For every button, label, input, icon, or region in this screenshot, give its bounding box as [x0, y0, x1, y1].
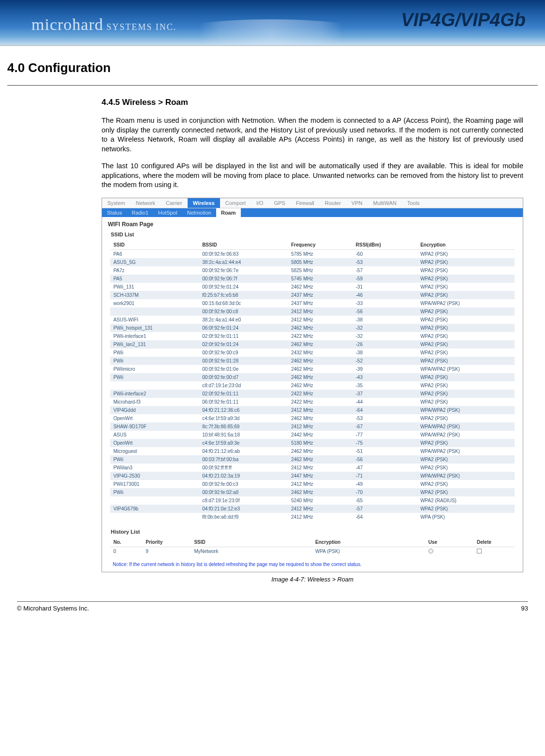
- ssid-cell: WPA (PSK): [417, 513, 514, 521]
- ssid-cell: WPA2 (PSK): [417, 349, 514, 357]
- ssid-row: PWii00:0f:92:fe:01:282462 MHz-52WPA2 (PS…: [110, 357, 514, 365]
- ssid-cell: WPA2 (PSK): [417, 324, 514, 332]
- ssid-cell: -43: [353, 373, 418, 381]
- top-nav-item-i/o[interactable]: I/O: [251, 198, 269, 208]
- ssid-cell: -52: [353, 357, 418, 365]
- ssid-cell: PWii_131: [110, 283, 199, 291]
- ssid-cell: -37: [353, 390, 418, 398]
- ssid-row: SHAW-9D170F8c:7f:3b:86:85:692412 MHz-67W…: [110, 422, 514, 431]
- ssid-cell: WPA2 (PSK): [417, 258, 514, 266]
- top-nav-item-wireless[interactable]: Wireless: [188, 198, 220, 208]
- top-nav-item-vpn[interactable]: VPN: [346, 198, 368, 208]
- footer-copyright: © Microhard Systems Inc.: [17, 605, 89, 612]
- brand-logo: microhard SYSTEMS INC.: [31, 15, 177, 34]
- ssid-cell: 2412 MHz: [288, 422, 353, 431]
- ssid-cell: WPA/WPA2 (PSK): [417, 299, 514, 307]
- ssid-cell: -53: [353, 258, 418, 266]
- ssid-cell: WPA2 (PSK): [417, 316, 514, 324]
- history-table: No.PrioritySSIDEncryptionUseDelete 09MyN…: [110, 538, 514, 556]
- paragraph-2: The last 10 configured APs will be displ…: [102, 161, 523, 190]
- history-use-cell: [426, 547, 474, 556]
- ssid-cell: Microguest: [110, 447, 199, 455]
- ssid-cell: 04:f0:21:12:e6:ab: [199, 447, 288, 455]
- ssid-cell: 2462 MHz: [288, 373, 353, 381]
- top-nav-item-gps[interactable]: GPS: [269, 198, 291, 208]
- ssid-cell: WPA2 (PSK): [417, 398, 514, 406]
- ssid-row: ASUS_5G38:2c:4a:a1:44:e45805 MHz-53WPA2 …: [110, 258, 514, 266]
- top-nav: SystemNetworkCarrierWirelessComportI/OGP…: [102, 198, 523, 208]
- ssid-cell: 2462 MHz: [288, 357, 353, 365]
- ssid-cell: 00:03:7f:bf:00:ba: [199, 455, 288, 464]
- ssid-cell: -59: [353, 275, 418, 283]
- ssid-cell: PWii: [110, 488, 199, 496]
- ssid-cell: work2901: [110, 299, 199, 307]
- history-header: SSID: [191, 538, 312, 547]
- ssid-cell: PWiimicro: [110, 365, 199, 373]
- ssid-cell: -39: [353, 365, 418, 373]
- sub-nav-item-hotspot[interactable]: HotSpot: [153, 208, 182, 217]
- sub-nav-item-netmotion[interactable]: Netmotion: [182, 208, 216, 217]
- ssid-row: PA600:0f:92:fe:06:835785 MHz-60WPA2 (PSK…: [110, 249, 514, 258]
- top-nav-item-carrier[interactable]: Carrier: [161, 198, 188, 208]
- history-header: Use: [426, 538, 474, 547]
- ssid-cell: WPA2 (PSK): [417, 249, 514, 258]
- ssid-cell: PWiilan3: [110, 464, 199, 472]
- ssid-cell: 2437 MHz: [288, 299, 353, 307]
- ssid-cell: WPA2 (RADIUS): [417, 496, 514, 505]
- figure-caption: Image 4-4-7: Wireless > Roam: [102, 576, 523, 583]
- top-nav-item-firewall[interactable]: Firewall: [291, 198, 320, 208]
- ssid-cell: 06:0f:92:fe:01:24: [199, 324, 288, 332]
- ssid-cell: WPA2 (PSK): [417, 283, 514, 291]
- ssid-cell: -56: [353, 455, 418, 464]
- ssid-cell: 2432 MHz: [288, 349, 353, 357]
- top-nav-item-router[interactable]: Router: [320, 198, 346, 208]
- ssid-cell: -26: [353, 340, 418, 349]
- top-nav-item-comport[interactable]: Comport: [220, 198, 251, 208]
- top-nav-item-network[interactable]: Network: [131, 198, 161, 208]
- ssid-row: PA500:0f:92:fe:06:7f5745 MHz-59WPA2 (PSK…: [110, 275, 514, 283]
- ssid-cell: PWii173001: [110, 480, 199, 488]
- ssid-cell: -32: [353, 324, 418, 332]
- ssid-cell: PA6: [110, 249, 199, 258]
- ssid-cell: 5805 MHz: [288, 258, 353, 266]
- ssid-cell: PA7z: [110, 266, 199, 275]
- ssid-cell: 5745 MHz: [288, 275, 353, 283]
- ssid-row: PWii00:03:7f:bf:00:ba2462 MHz-56WPA2 (PS…: [110, 455, 514, 464]
- ssid-cell: -35: [353, 381, 418, 390]
- history-list-label: History List: [102, 526, 523, 536]
- ssid-cell: -38: [353, 349, 418, 357]
- ssid-cell: [110, 496, 199, 505]
- ssid-row: PWiilan300:0f:92:ff:ff:ff2412 MHz-47WPA2…: [110, 464, 514, 472]
- ssid-cell: 06:0f:92:fe:01:11: [199, 398, 288, 406]
- ssid-cell: VIP4G679b: [110, 505, 199, 513]
- ssid-cell: 2447 MHz: [288, 472, 353, 480]
- ssid-cell: -47: [353, 464, 418, 472]
- ssid-cell: c4:6e:1f:59:a9:3d: [199, 414, 288, 422]
- sub-nav-item-roam[interactable]: Roam: [216, 208, 241, 217]
- sub-nav: StatusRadio1HotSpotNetmotionRoam: [102, 208, 523, 217]
- ssid-cell: 2437 MHz: [288, 291, 353, 299]
- ssid-row: work290100:15:6d:68:3d:0c2437 MHz-33WPA/…: [110, 299, 514, 307]
- top-nav-item-tools[interactable]: Tools: [402, 198, 425, 208]
- ssid-cell: 2412 MHz: [288, 464, 353, 472]
- ssid-cell: c4:6e:1f:59:a9:3e: [199, 439, 288, 447]
- ssid-cell: PWii-interface1: [110, 332, 199, 340]
- ssid-cell: PWii: [110, 373, 199, 381]
- ssid-cell: 2412 MHz: [288, 307, 353, 316]
- ssid-cell: PWii: [110, 357, 199, 365]
- top-nav-item-multiwan[interactable]: MultiWAN: [368, 198, 401, 208]
- sub-nav-item-status[interactable]: Status: [102, 208, 127, 217]
- ssid-row: PA7z00:0f:92:fe:06:7e5825 MHz-57WPA2 (PS…: [110, 266, 514, 275]
- ssid-cell: WPA/WPA2 (PSK): [417, 447, 514, 455]
- delete-checkbox-icon[interactable]: [477, 549, 482, 553]
- use-radio-icon[interactable]: [428, 549, 433, 553]
- top-nav-item-system[interactable]: System: [102, 198, 131, 208]
- history-cell: WPA (PSK): [312, 547, 426, 556]
- sub-nav-item-radio1[interactable]: Radio1: [127, 208, 153, 217]
- history-cell: MyNetwork: [191, 547, 312, 556]
- ssid-cell: -65: [353, 496, 418, 505]
- ssid-cell: 00:0f:92:fe:06:7e: [199, 266, 288, 275]
- ssid-cell: 2462 MHz: [288, 447, 353, 455]
- panel-title: WIFI Roam Page: [102, 217, 523, 229]
- ssid-cell: f8:0b:be:a6:dd:f9: [199, 513, 288, 521]
